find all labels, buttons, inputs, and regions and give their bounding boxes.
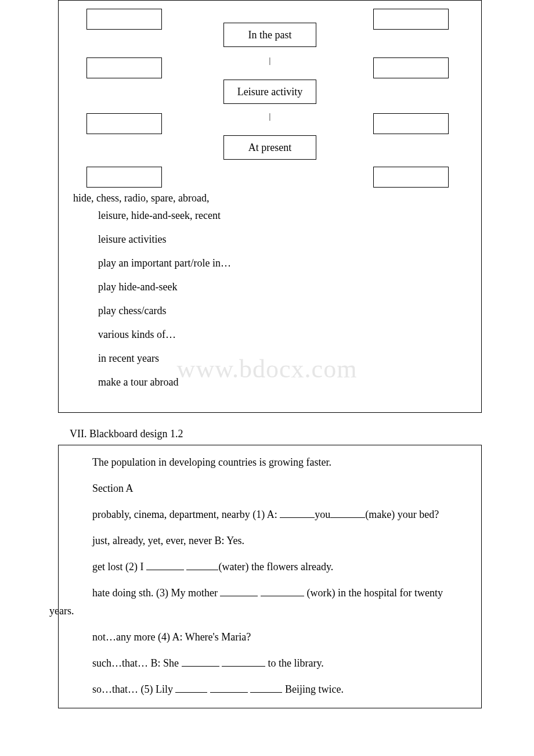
question-1: probably, cinema, department, nearby (1)… xyxy=(64,507,475,523)
empty-box-top-right xyxy=(373,9,449,30)
blank-input[interactable] xyxy=(182,656,219,667)
connector-top: | xyxy=(269,56,271,66)
vocab-line: make a tour abroad xyxy=(70,375,481,390)
blank-input[interactable] xyxy=(280,507,315,518)
vocab-first-line: hide, chess, radio, spare, abroad, xyxy=(70,192,481,204)
lower-box: The population in developing countries i… xyxy=(58,445,482,708)
section-heading: VII. Blackboard design 1.2 xyxy=(70,428,534,440)
vocab-line: play chess/cards xyxy=(70,303,481,319)
blank-input[interactable] xyxy=(175,682,207,693)
upper-box: In the past | Leisure activity | At pres… xyxy=(58,0,482,413)
vocab-line: play an important part/role in… xyxy=(70,255,481,271)
vocab-line: leisure, hide-and-seek, recent xyxy=(70,208,481,224)
q2-suffix: (water) the flowers already. xyxy=(218,561,333,573)
empty-box-bot-left xyxy=(86,167,162,188)
blank-input[interactable] xyxy=(146,560,184,570)
empty-box-mid2-right xyxy=(373,113,449,134)
vocab-line: various kinds of… xyxy=(70,327,481,343)
vocab-line: in recent years xyxy=(70,351,481,366)
empty-box-mid1-left xyxy=(86,57,162,78)
q5-prefix: so…that… (5) Lily xyxy=(92,683,175,695)
leisure-diagram: In the past | Leisure activity | At pres… xyxy=(59,6,481,186)
blank-input[interactable] xyxy=(250,682,282,693)
empty-box-bot-right xyxy=(373,167,449,188)
center-box-present: At present xyxy=(223,135,316,160)
question-3: hate doing sth. (3) My mother (work) in … xyxy=(64,585,475,601)
question-5: so…that… (5) Lily Beijing twice. xyxy=(64,682,475,697)
q2-prefix: get lost (2) I xyxy=(92,561,146,573)
vocab-list: hide, chess, radio, spare, abroad, leisu… xyxy=(59,192,481,390)
question-3-cont: years. xyxy=(21,603,475,619)
blank-input[interactable] xyxy=(210,682,248,693)
q3-suffix: (work) in the hospital for twenty xyxy=(304,587,443,599)
question-2: get lost (2) I (water) the flowers alrea… xyxy=(64,559,475,575)
vocab-line: play hide-and-seek xyxy=(70,279,481,295)
line-section-a: Section A xyxy=(64,481,475,496)
empty-box-mid2-left xyxy=(86,113,162,134)
line-population: The population in developing countries i… xyxy=(64,455,475,470)
q1-suffix: (make) your bed? xyxy=(365,509,439,520)
blank-input[interactable] xyxy=(186,560,218,570)
blank-input[interactable] xyxy=(222,656,265,667)
question-4a: not…any more (4) A: Where's Maria? xyxy=(64,629,475,645)
q3-prefix: hate doing sth. (3) My mother xyxy=(92,587,220,599)
question-4b: such…that… B: She to the library. xyxy=(64,656,475,671)
empty-box-mid1-right xyxy=(373,57,449,78)
blank-input[interactable] xyxy=(330,507,365,518)
vocab-line: leisure activities xyxy=(70,232,481,247)
q1-prefix: probably, cinema, department, nearby (1)… xyxy=(92,509,280,520)
q4-suffix: to the library. xyxy=(265,657,324,669)
center-box-past: In the past xyxy=(223,23,316,47)
blank-input[interactable] xyxy=(261,586,304,596)
q1-mid: you xyxy=(315,509,330,520)
q4-prefix: such…that… B: She xyxy=(92,657,182,669)
empty-box-top-left xyxy=(86,9,162,30)
connector-bottom: | xyxy=(269,112,271,121)
blank-input[interactable] xyxy=(220,586,258,596)
line-adverbs: just, already, yet, ever, never B: Yes. xyxy=(64,533,475,549)
q5-suffix: Beijing twice. xyxy=(282,683,343,695)
center-box-leisure: Leisure activity xyxy=(223,80,316,104)
